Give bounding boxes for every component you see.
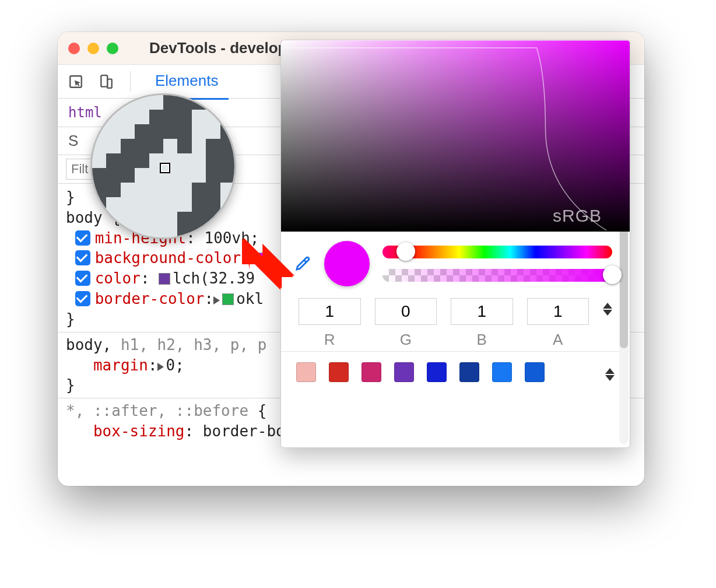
channel-a-label: A: [527, 331, 589, 349]
subtab-a[interactable]: S: [68, 132, 78, 150]
hue-slider-thumb[interactable]: [396, 242, 415, 261]
palette-swatch[interactable]: [394, 362, 414, 382]
decl-checkbox[interactable]: [75, 291, 90, 306]
chevron-up-icon[interactable]: [605, 368, 615, 374]
chevron-up-icon[interactable]: [603, 303, 612, 309]
picker-sliders: [382, 246, 612, 282]
traffic-zoom-icon[interactable]: [107, 43, 118, 54]
traffic-minimize-icon[interactable]: [87, 43, 99, 54]
expand-icon[interactable]: [213, 296, 220, 304]
channel-b-input[interactable]: [451, 298, 513, 325]
color-swatch-icon[interactable]: [159, 273, 170, 285]
channel-g-input[interactable]: [375, 298, 437, 325]
svg-rect-1: [101, 75, 107, 87]
gamut-label: sRGB: [553, 206, 602, 226]
eyedropper-loupe[interactable]: [90, 93, 236, 239]
channel-b-label: B: [451, 331, 513, 349]
alpha-slider-thumb[interactable]: [603, 265, 622, 284]
channel-g-label: G: [375, 331, 437, 349]
current-color-swatch: [324, 241, 370, 286]
rule-selector[interactable]: body, h1, h2, h3, p, p: [66, 336, 266, 354]
channel-r-label: R: [299, 331, 361, 349]
decl-checkbox[interactable]: [75, 271, 90, 286]
channel-values: R G B A: [281, 293, 630, 351]
chevron-down-icon[interactable]: [605, 375, 615, 381]
palette-swatch[interactable]: [329, 362, 349, 382]
decl-prop[interactable]: box-sizing: [93, 422, 185, 440]
expand-icon[interactable]: [157, 363, 164, 371]
hue-slider[interactable]: [382, 246, 612, 258]
device-toolbar-icon[interactable]: [96, 72, 116, 92]
annotation-arrow-icon: [236, 232, 300, 296]
rule-selector[interactable]: *, ::after, ::before: [66, 402, 248, 419]
loupe-cursor: [161, 164, 169, 172]
decl-checkbox[interactable]: [75, 250, 90, 265]
palette-swatch[interactable]: [296, 362, 316, 382]
palette-swatch[interactable]: [492, 362, 512, 382]
palette-swatch[interactable]: [459, 362, 479, 382]
palette-swatch[interactable]: [427, 362, 447, 382]
color-spectrum[interactable]: sRGB: [281, 40, 630, 232]
chevron-down-icon[interactable]: [603, 310, 612, 316]
color-picker: sRGB R: [280, 40, 630, 448]
decl-prop[interactable]: margin: [93, 356, 148, 374]
format-switcher[interactable]: [603, 303, 612, 316]
toolbar-separator: [130, 71, 131, 92]
decl-prop[interactable]: border-color: [95, 290, 205, 307]
traffic-close-icon[interactable]: [68, 43, 80, 54]
color-swatch-icon[interactable]: [222, 293, 234, 305]
svg-rect-2: [107, 79, 112, 88]
decl-value[interactable]: 0: [166, 356, 176, 374]
picker-mid-row: [281, 232, 630, 293]
palette-swatch[interactable]: [361, 362, 381, 382]
decl-prop[interactable]: background-color: [95, 249, 241, 267]
stage: DevTools - developer.chrome.com/tags/dev…: [0, 0, 716, 588]
gamut-boundary-line: [281, 40, 630, 232]
inspect-element-icon[interactable]: [66, 72, 86, 92]
channel-a-input[interactable]: [527, 298, 589, 325]
palette-switcher[interactable]: [605, 368, 615, 381]
channel-r-input[interactable]: [299, 298, 361, 325]
palette-row: [281, 351, 630, 393]
palette-swatch[interactable]: [525, 362, 545, 382]
alpha-slider[interactable]: [382, 269, 612, 282]
decl-checkbox[interactable]: [75, 230, 90, 246]
decl-prop[interactable]: color: [95, 270, 141, 287]
